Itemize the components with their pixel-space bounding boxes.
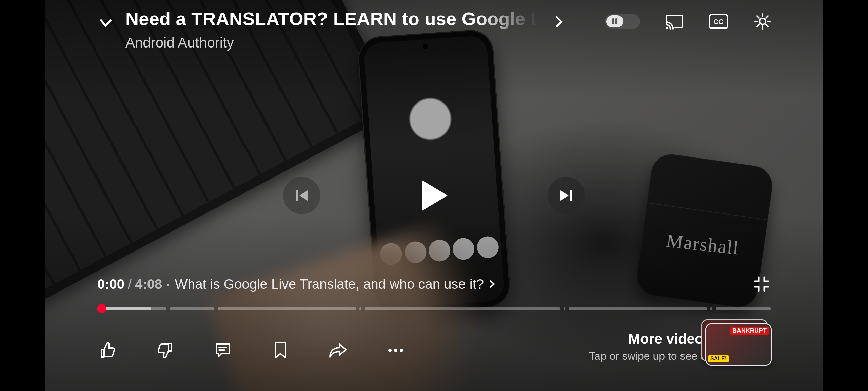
exit-fullscreen-button[interactable] xyxy=(752,275,771,293)
video-viewport: Marshall Need a TRANSLATOR? LEARN to use… xyxy=(45,0,823,391)
thumbs-down-icon xyxy=(156,341,175,360)
previous-button[interactable] xyxy=(283,177,320,214)
time-duration: 4:08 xyxy=(135,277,162,292)
save-button[interactable] xyxy=(270,340,291,360)
next-button[interactable] xyxy=(548,177,585,214)
pause-icon xyxy=(611,18,618,25)
captions-button[interactable]: CC xyxy=(709,12,728,31)
channel-name: Android Authority xyxy=(125,35,542,51)
time-chapter-row: 0:00 / 4:08 · What is Google Live Transl… xyxy=(97,275,771,293)
chapter-segment xyxy=(170,307,215,310)
share-icon xyxy=(328,341,348,359)
title-block[interactable]: Need a TRANSLATOR? LEARN to use Google L… xyxy=(125,8,550,51)
chapter-segment xyxy=(365,307,560,310)
bookmark-icon xyxy=(273,341,288,360)
cast-button[interactable] xyxy=(665,12,684,31)
time-current: 0:00 xyxy=(97,277,124,292)
chapter-segment xyxy=(569,307,707,310)
svg-marker-7 xyxy=(299,190,308,201)
video-title: Need a TRANSLATOR? LEARN to use Google L… xyxy=(125,8,542,29)
chapter-segment xyxy=(716,307,771,310)
autoplay-toggle[interactable] xyxy=(605,14,640,29)
comments-icon xyxy=(214,341,232,359)
svg-rect-1 xyxy=(615,18,617,24)
exit-fullscreen-icon xyxy=(753,276,770,292)
svg-point-15 xyxy=(400,349,403,352)
svg-rect-6 xyxy=(296,190,298,201)
collapse-player-button[interactable] xyxy=(96,13,116,33)
chevron-right-icon xyxy=(488,280,497,288)
svg-marker-9 xyxy=(560,190,569,201)
dislike-button[interactable] xyxy=(155,340,175,360)
settings-button[interactable] xyxy=(753,12,772,31)
svg-point-2 xyxy=(666,27,668,29)
play-icon xyxy=(419,179,449,212)
svg-rect-10 xyxy=(570,190,572,201)
chapter-segment xyxy=(564,307,566,310)
title-more-button[interactable] xyxy=(550,13,568,31)
gear-icon xyxy=(753,12,772,31)
more-horizontal-icon xyxy=(387,348,404,353)
transport-controls xyxy=(283,177,585,214)
time-separator: / xyxy=(128,277,132,292)
more-videos-title: More videos xyxy=(589,331,711,347)
share-button[interactable] xyxy=(328,340,348,360)
chapter-segment xyxy=(218,307,356,310)
svg-rect-0 xyxy=(612,18,614,24)
thumb-badge-top: BANKRUPT xyxy=(730,327,769,335)
svg-point-14 xyxy=(394,349,397,352)
chapter-segment xyxy=(97,307,166,310)
skip-next-icon xyxy=(557,186,575,205)
thumb-badge-bottom: SALE! xyxy=(708,355,729,362)
more-videos-prompt[interactable]: More videos Tap or swipe up to see all xyxy=(589,331,711,362)
seek-bar[interactable] xyxy=(97,306,771,311)
closed-captions-icon: CC xyxy=(709,14,728,29)
seek-scrubber[interactable] xyxy=(97,304,106,313)
chapter-segments xyxy=(97,306,771,311)
suggested-thumb-1: BANKRUPT SALE! xyxy=(706,324,771,365)
chevron-down-icon xyxy=(98,15,114,31)
time-chapter-separator: · xyxy=(166,277,170,292)
more-videos-subtitle: Tap or swipe up to see all xyxy=(589,350,711,362)
top-actions: CC xyxy=(605,12,772,31)
play-button[interactable] xyxy=(415,177,453,214)
svg-point-5 xyxy=(760,18,766,24)
chapter-segment xyxy=(710,307,712,310)
chevron-right-icon xyxy=(552,15,566,29)
top-bar: Need a TRANSLATOR? LEARN to use Google L… xyxy=(96,8,772,51)
cast-icon xyxy=(665,13,684,30)
comments-button[interactable] xyxy=(213,340,233,360)
chapter-title: What is Google Live Translate, and who c… xyxy=(175,277,484,292)
current-chapter-button[interactable]: What is Google Live Translate, and who c… xyxy=(175,277,497,292)
chapter-segment xyxy=(359,307,361,310)
like-button[interactable] xyxy=(97,340,118,360)
player-overlay: Need a TRANSLATOR? LEARN to use Google L… xyxy=(45,0,823,391)
suggested-thumbnail-stack[interactable]: BANKRUPT SALE! xyxy=(706,324,771,365)
svg-marker-8 xyxy=(422,180,448,211)
svg-text:CC: CC xyxy=(714,18,724,25)
svg-point-13 xyxy=(388,349,392,352)
skip-previous-icon xyxy=(293,186,311,205)
thumbs-up-icon xyxy=(98,341,117,360)
more-actions-button[interactable] xyxy=(386,340,406,360)
